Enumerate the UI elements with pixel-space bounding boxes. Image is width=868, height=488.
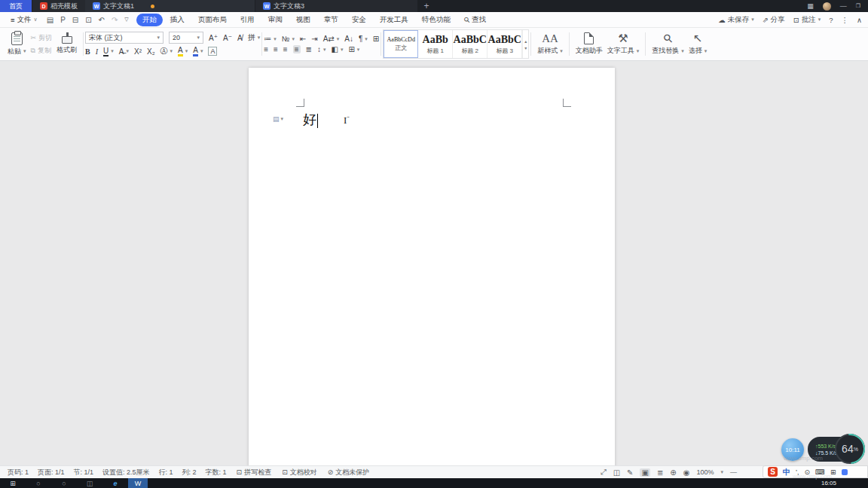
tab-section[interactable]: 章节	[318, 14, 344, 26]
tab-review[interactable]: 审阅	[262, 14, 289, 26]
text-tool-button[interactable]: ⚒ 文字工具▾	[607, 32, 640, 56]
borders-button[interactable]: ⊞▾	[348, 45, 359, 53]
restore-button[interactable]: ❐	[856, 3, 860, 9]
spell-check-button[interactable]: ⊡ 拼写检查	[231, 468, 277, 477]
more-menu-icon[interactable]: ⋮	[842, 16, 849, 24]
edge-icon[interactable]: e	[102, 478, 128, 487]
outline-view-icon[interactable]: ≣	[657, 468, 663, 477]
shrink-font-button[interactable]: A⁻	[223, 34, 232, 42]
zoom-level[interactable]: 100%	[696, 468, 714, 476]
increase-indent-button[interactable]: ⇥	[311, 35, 317, 43]
protection-status[interactable]: ⊘ 文档未保护	[322, 468, 375, 477]
ime-mode-chinese[interactable]: 中	[783, 467, 790, 477]
cjk-layout-button[interactable]: A⇄▾	[323, 35, 340, 43]
char-shading-button[interactable]: A	[208, 47, 217, 56]
cortana-icon[interactable]: ○	[51, 478, 77, 487]
sogou-logo-icon[interactable]: S	[768, 467, 778, 477]
font-color-button[interactable]: A ▾	[193, 47, 203, 56]
underline-button[interactable]: U ▾	[103, 47, 114, 56]
text-line[interactable]: 好	[303, 111, 318, 128]
status-word-count[interactable]: 字数: 1	[201, 468, 231, 477]
tab-document-1[interactable]: W 文字文稿1	[85, 0, 255, 12]
minimize-button[interactable]: —	[840, 2, 847, 10]
redo-icon[interactable]: ↷	[112, 16, 118, 24]
italic-button[interactable]: I	[96, 47, 98, 56]
select-button[interactable]: ↖ 选择▾	[689, 32, 708, 56]
document-page[interactable]: ▤ ▾ 好 I⁼	[249, 68, 615, 465]
format-painter-button[interactable]: 格式刷	[57, 33, 77, 55]
highlight-button[interactable]: A ▾	[178, 47, 188, 56]
style-heading-3[interactable]: AaBbC 标题 3	[487, 30, 522, 58]
text-effects-button[interactable]: Ⓐ ▾	[160, 46, 173, 56]
tab-home-ribbon[interactable]: 开始	[136, 14, 163, 26]
sort-button[interactable]: A↓	[344, 35, 353, 43]
search-box[interactable]: ⚲ 查找	[464, 15, 486, 25]
tab-special-features[interactable]: 特色功能	[416, 14, 457, 26]
align-center-button[interactable]: ≡	[274, 45, 278, 53]
grow-font-button[interactable]: A⁺	[209, 34, 218, 42]
tab-view[interactable]: 视图	[290, 14, 316, 26]
file-menu[interactable]: ≡ 文件 ∨	[6, 15, 42, 25]
doc-assistant-button[interactable]: 文档助手	[576, 32, 603, 56]
print-preview-icon[interactable]: ⊡	[85, 16, 91, 24]
show-marks-button[interactable]: ¶▾	[359, 35, 368, 43]
print-layout-icon[interactable]: ▣	[640, 468, 649, 477]
multi-page-icon[interactable]: ◫	[613, 468, 620, 477]
web-layout-icon[interactable]: ⊕	[670, 468, 676, 477]
eye-protect-icon[interactable]: ◉	[683, 468, 690, 477]
numbering-button[interactable]: №▾	[282, 35, 295, 43]
ime-skin-icon[interactable]	[842, 469, 848, 475]
bold-button[interactable]: B	[85, 47, 90, 56]
fit-page-icon[interactable]: ⤢	[601, 468, 607, 477]
undo-icon[interactable]: ↶	[99, 16, 105, 24]
find-replace-button[interactable]: ⚲ 查找替换▾	[652, 32, 684, 56]
tab-insert[interactable]: 插入	[164, 14, 191, 26]
save-status-button[interactable]: ☁ 未保存 ▾	[718, 15, 754, 25]
justify-button[interactable]: ≡	[293, 45, 301, 53]
tab-security[interactable]: 安全	[346, 14, 372, 26]
zoom-out-button[interactable]: —	[730, 468, 737, 476]
tab-references[interactable]: 引用	[234, 14, 261, 26]
tab-docer-template[interactable]: D 稻壳模板	[32, 0, 85, 12]
style-normal[interactable]: AaBbCcDd 正文	[384, 30, 418, 58]
font-size-select[interactable]: 20 ▾	[169, 32, 203, 44]
align-left-button[interactable]: ≡	[264, 45, 268, 53]
new-style-button[interactable]: AA 新样式▾	[537, 32, 563, 56]
tab-developer[interactable]: 开发工具	[374, 14, 414, 26]
proofread-button[interactable]: ⊡ 文档校对	[277, 468, 322, 477]
new-tab-button[interactable]: +	[417, 0, 436, 12]
paste-options-button[interactable]: ▤ ▾	[273, 115, 283, 123]
pinyin-guide-button[interactable]: 拼 ▾	[248, 32, 261, 43]
styles-scroll-up-icon[interactable]: ▴	[524, 38, 527, 44]
tab-page-layout[interactable]: 页面布局	[192, 14, 233, 26]
avatar[interactable]	[823, 2, 831, 11]
paste-button[interactable]: 粘贴▾	[8, 32, 26, 56]
strikethrough-button[interactable]: A̶ ▾	[119, 47, 129, 56]
ink-icon[interactable]: ✎	[627, 468, 633, 477]
comment-button[interactable]: ⊡ 批注 ▾	[793, 15, 821, 25]
quick-access-more-icon[interactable]: ▽	[124, 17, 128, 23]
style-heading-2[interactable]: AaBbC 标题 2	[453, 30, 487, 58]
font-family-select[interactable]: 宋体 (正文) ▾	[85, 32, 164, 44]
save-icon[interactable]: ▤	[47, 16, 53, 24]
task-view-icon[interactable]: ◫	[77, 478, 102, 487]
share-button[interactable]: ⇗ 分享	[763, 15, 785, 25]
search-taskbar-icon[interactable]: ○	[26, 478, 51, 487]
paragraph-layout-button[interactable]: ⊞	[373, 35, 379, 43]
style-heading-1[interactable]: AaBb 标题 1	[418, 30, 453, 58]
tab-document-3[interactable]: W 文字文稿3	[255, 0, 417, 12]
tab-home[interactable]: 首页	[0, 0, 32, 12]
export-pdf-icon[interactable]: P	[60, 16, 66, 24]
bullets-button[interactable]: ≔▾	[264, 35, 277, 43]
document-area[interactable]: ▤ ▾ 好 I⁼	[0, 61, 868, 465]
clear-format-button[interactable]: A̸	[237, 34, 243, 42]
taskbar-active-app[interactable]: W	[128, 478, 148, 488]
align-right-button[interactable]: ≡	[283, 45, 288, 53]
decrease-indent-button[interactable]: ⇤	[300, 35, 306, 43]
apps-grid-icon[interactable]: ▦	[807, 2, 814, 10]
subscript-button[interactable]: X₂	[147, 47, 155, 56]
distribute-button[interactable]: ≣	[306, 45, 312, 53]
copy-button[interactable]: ⧉ 复制	[31, 46, 53, 56]
superscript-button[interactable]: X²	[134, 47, 142, 56]
line-spacing-button[interactable]: ↕▾	[317, 45, 326, 53]
